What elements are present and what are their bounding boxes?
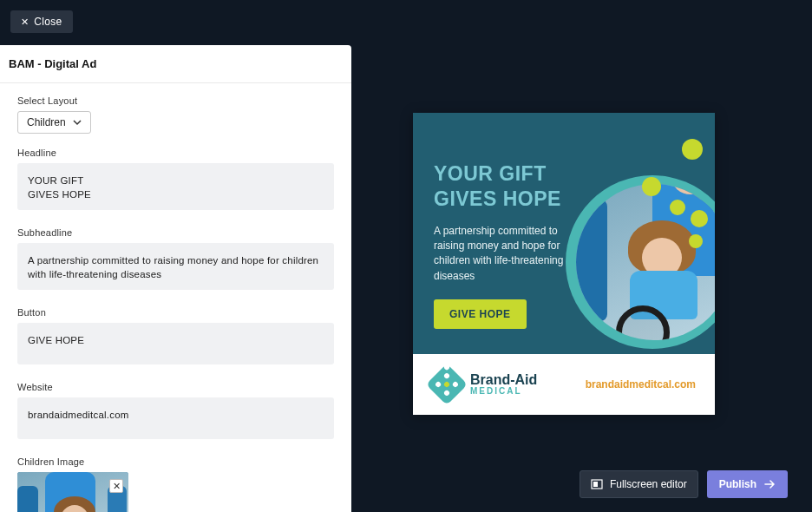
arrow-right-icon <box>763 478 776 490</box>
field-label-subheadline: Subheadline <box>17 227 334 238</box>
ad-footer: Brand-Aid MEDICAL brandaidmeditcal.com <box>413 354 715 415</box>
brand-logo: Brand-Aid MEDICAL <box>432 370 537 399</box>
field-label-website: Website <box>17 382 334 392</box>
field-button: Button <box>17 307 334 368</box>
close-label: Close <box>34 16 62 28</box>
image-thumbnail[interactable]: ✕ <box>17 472 128 512</box>
decor-dot <box>691 210 708 227</box>
logo-line1: Brand-Aid <box>470 373 537 387</box>
logo-mark-icon <box>426 364 468 405</box>
fullscreen-label: Fullscreen editor <box>610 478 687 490</box>
editor-panel: BAM - Digital Ad Select Layout Children … <box>0 45 351 512</box>
field-image: Children Image ✕ <box>17 456 334 512</box>
field-headline: Headline <box>17 148 334 213</box>
decor-dot <box>682 139 703 160</box>
layout-select[interactable]: Children <box>17 111 91 134</box>
fullscreen-icon <box>591 478 603 490</box>
subheadline-input[interactable] <box>17 243 334 290</box>
layout-select-value: Children <box>27 116 66 128</box>
publish-label: Publish <box>719 478 756 490</box>
bottom-actions: Fullscreen editor Publish <box>580 470 788 498</box>
close-button[interactable]: ✕ Close <box>10 10 73 33</box>
ad-copy: YOUR GIFT GIVES HOPE A partnership commi… <box>434 161 581 329</box>
remove-image-button[interactable]: ✕ <box>109 479 123 493</box>
ad-subheadline: A partnership committed to raising money… <box>434 224 564 285</box>
ad-headline-line1: YOUR GIFT <box>434 162 547 185</box>
field-label-headline: Headline <box>17 148 334 158</box>
ad-headline-line2: GIVES HOPE <box>434 187 561 210</box>
decor-dot <box>642 177 661 196</box>
close-icon: ✕ <box>21 17 29 27</box>
panel-title: BAM - Digital Ad <box>0 45 351 83</box>
website-input[interactable] <box>17 397 334 439</box>
panel-body: Select Layout Children Headline Subheadl… <box>0 83 351 512</box>
publish-button[interactable]: Publish <box>707 470 788 498</box>
decor-dot <box>689 234 703 248</box>
logo-line2: MEDICAL <box>470 387 537 396</box>
decor-dot <box>670 200 685 215</box>
fullscreen-editor-button[interactable]: Fullscreen editor <box>580 470 698 498</box>
field-label-image: Children Image <box>17 456 334 467</box>
headline-input[interactable] <box>17 163 334 210</box>
button-input[interactable] <box>17 323 334 364</box>
field-subheadline: Subheadline <box>17 227 334 293</box>
ad-headline: YOUR GIFT GIVES HOPE <box>434 161 581 212</box>
field-label-layout: Select Layout <box>17 95 334 106</box>
ad-cta-button: GIVE HOPE <box>434 299 527 329</box>
ad-url: brandaidmeditcal.com <box>586 378 696 391</box>
ad-canvas: YOUR GIFT GIVES HOPE A partnership commi… <box>413 113 715 415</box>
svg-rect-1 <box>593 482 598 487</box>
field-website: Website <box>17 382 334 443</box>
chevron-down-icon <box>73 118 82 127</box>
logo-text: Brand-Aid MEDICAL <box>470 373 537 396</box>
ad-preview: YOUR GIFT GIVES HOPE A partnership commi… <box>413 113 715 415</box>
field-layout: Select Layout Children <box>17 95 334 134</box>
field-label-button: Button <box>17 307 334 318</box>
